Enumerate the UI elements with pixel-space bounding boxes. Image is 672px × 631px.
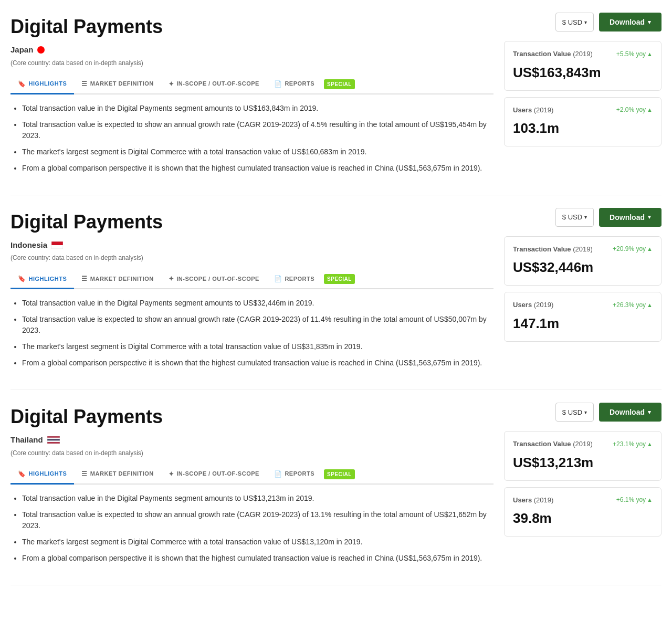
section-japan: Digital PaymentsJapan(Core country: data…	[10, 0, 662, 195]
highlights-list-item: Total transaction value is expected to s…	[22, 509, 494, 531]
stat-yoy-value: +20.9% yoy	[613, 244, 646, 254]
stat-card-header: Transaction Value (2019)+23.1% yoy▲	[513, 439, 653, 449]
highlights-list-item: The market's largest segment is Digital …	[22, 341, 494, 352]
arrow-up-icon: ▲	[647, 440, 653, 449]
tab-in-scope[interactable]: ✦IN-SCOPE / OUT-OF-SCOPE	[161, 270, 267, 289]
arrow-up-icon: ▲	[647, 301, 653, 310]
currency-select[interactable]: $ USD▾	[555, 13, 594, 31]
tab-reports[interactable]: 📄REPORTS	[267, 465, 322, 485]
download-button[interactable]: Download▾	[599, 208, 662, 227]
stat-year: (2019)	[573, 50, 593, 58]
chevron-down-icon: ▾	[648, 214, 651, 220]
stat-card-0: Transaction Value (2019)+5.5% yoy▲US$163…	[504, 41, 662, 91]
tab-icon-in-scope: ✦	[169, 79, 174, 89]
currency-select[interactable]: $ USD▾	[555, 403, 594, 422]
tab-in-scope[interactable]: ✦IN-SCOPE / OUT-OF-SCOPE	[161, 75, 267, 94]
stat-card-0: Transaction Value (2019)+23.1% yoy▲US$13…	[504, 431, 662, 481]
chevron-down-icon: ▾	[584, 409, 587, 415]
country-row: Japan	[10, 44, 494, 56]
svg-rect-0	[51, 241, 63, 245]
highlights-list: Total transaction value in the Digital P…	[10, 103, 494, 174]
svg-rect-5	[47, 439, 60, 441]
tab-highlights[interactable]: 🔖HIGHLIGHTS	[10, 465, 74, 485]
tab-reports[interactable]: 📄REPORTS	[267, 75, 322, 94]
controls-row: $ USD▾Download▾	[504, 13, 662, 31]
tab-in-scope[interactable]: ✦IN-SCOPE / OUT-OF-SCOPE	[161, 465, 267, 485]
download-label: Download	[610, 18, 645, 26]
stat-yoy-value: +6.1% yoy	[616, 495, 646, 504]
tab-label-market-def: MARKET DEFINITION	[90, 469, 154, 478]
country-flag-icon	[47, 436, 60, 444]
stat-yoy: +23.1% yoy▲	[613, 439, 653, 449]
stat-label-name: Users	[513, 496, 532, 504]
stat-label-name: Transaction Value	[513, 245, 571, 253]
stat-label-name: Users	[513, 301, 532, 309]
stat-yoy: +2.0% yoy▲	[616, 105, 653, 114]
core-country-note: (Core country: data based on in-depth an…	[10, 448, 494, 458]
stat-year: (2019)	[534, 106, 554, 114]
stat-label: Transaction Value (2019)	[513, 439, 593, 449]
stat-yoy-value: +26.3% yoy	[613, 300, 646, 310]
stat-label: Users (2019)	[513, 105, 553, 115]
stat-value: 103.1m	[513, 118, 653, 139]
section-indonesia: Digital PaymentsIndonesia(Core country: …	[10, 195, 662, 391]
stat-yoy-value: +23.1% yoy	[613, 439, 646, 449]
tab-icon-highlights: 🔖	[18, 274, 26, 283]
tab-icon-reports: 📄	[274, 79, 282, 89]
highlights-list-item: The market's largest segment is Digital …	[22, 537, 494, 548]
tab-market-def[interactable]: ☰MARKET DEFINITION	[74, 270, 161, 289]
section-title: Digital Payments	[10, 208, 494, 236]
svg-rect-1	[51, 245, 63, 249]
special-badge: SPECIAL	[324, 79, 355, 89]
tab-icon-market-def: ☰	[81, 469, 88, 479]
tab-highlights[interactable]: 🔖HIGHLIGHTS	[10, 270, 74, 289]
arrow-up-icon: ▲	[647, 106, 653, 114]
tab-market-def[interactable]: ☰MARKET DEFINITION	[74, 465, 161, 485]
stat-value: 147.1m	[513, 313, 653, 334]
stat-yoy: +20.9% yoy▲	[613, 244, 653, 254]
tab-reports[interactable]: 📄REPORTS	[267, 270, 322, 289]
download-button[interactable]: Download▾	[599, 403, 662, 422]
download-button[interactable]: Download▾	[599, 13, 662, 31]
tab-highlights[interactable]: 🔖HIGHLIGHTS	[10, 75, 74, 94]
arrow-up-icon: ▲	[647, 496, 653, 504]
currency-select[interactable]: $ USD▾	[555, 208, 594, 227]
tab-icon-highlights: 🔖	[18, 79, 26, 89]
stat-label: Users (2019)	[513, 300, 553, 310]
country-flag-icon	[51, 241, 63, 249]
currency-label: $ USD	[562, 408, 582, 416]
tab-label-highlights: HIGHLIGHTS	[29, 275, 67, 283]
controls-row: $ USD▾Download▾	[504, 208, 662, 227]
highlights-list-item: Total transaction value in the Digital P…	[22, 103, 494, 114]
stat-yoy: +5.5% yoy▲	[616, 49, 653, 59]
stat-card-header: Transaction Value (2019)+5.5% yoy▲	[513, 49, 653, 59]
stat-value: 39.8m	[513, 508, 653, 529]
section-left-thailand: Digital PaymentsThailand (Core country: …	[10, 403, 494, 569]
chevron-down-icon: ▾	[584, 19, 587, 25]
stat-year: (2019)	[573, 440, 593, 448]
section-left-japan: Digital PaymentsJapan(Core country: data…	[10, 13, 494, 179]
highlights-list-item: Total transaction value in the Digital P…	[22, 298, 494, 309]
stat-label: Transaction Value (2019)	[513, 49, 593, 59]
highlights-list-item: From a global comparison perspective it …	[22, 357, 494, 369]
country-flag-icon	[37, 46, 45, 54]
country-row: Indonesia	[10, 239, 494, 251]
tab-label-highlights: HIGHLIGHTS	[29, 79, 67, 88]
section-right-indonesia: $ USD▾Download▾Transaction Value (2019)+…	[504, 208, 662, 374]
tab-icon-reports: 📄	[274, 274, 282, 283]
chevron-down-icon: ▾	[648, 19, 651, 26]
tab-label-in-scope: IN-SCOPE / OUT-OF-SCOPE	[176, 275, 259, 283]
stat-yoy: +26.3% yoy▲	[613, 300, 653, 310]
stat-value: US$13,213m	[513, 453, 653, 473]
special-badge: SPECIAL	[324, 274, 355, 284]
section-title: Digital Payments	[10, 403, 494, 431]
tab-label-highlights: HIGHLIGHTS	[29, 469, 67, 478]
stat-yoy-value: +2.0% yoy	[616, 105, 646, 114]
tab-market-def[interactable]: ☰MARKET DEFINITION	[74, 75, 161, 94]
svg-rect-3	[47, 436, 60, 438]
tab-label-market-def: MARKET DEFINITION	[90, 275, 154, 283]
stat-yoy-value: +5.5% yoy	[616, 49, 646, 59]
stat-card-1: Users (2019)+26.3% yoy▲147.1m	[504, 292, 662, 342]
chevron-down-icon: ▾	[584, 214, 587, 220]
controls-row: $ USD▾Download▾	[504, 403, 662, 422]
